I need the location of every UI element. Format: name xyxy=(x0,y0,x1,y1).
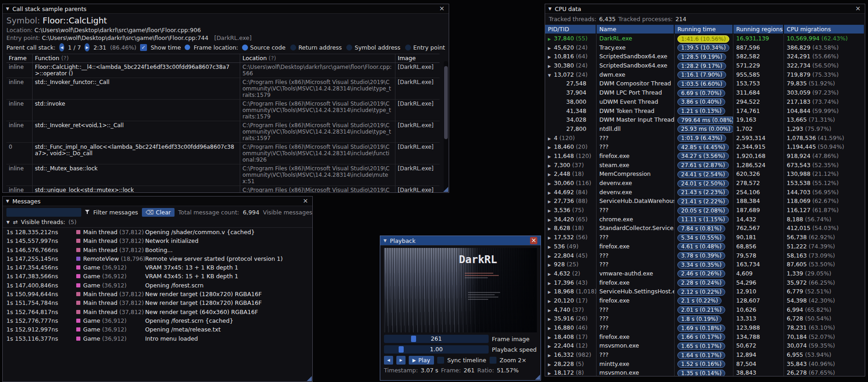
clear-button[interactable]: ⌫ Clear xyxy=(142,208,175,217)
scrollbar-thumb[interactable] xyxy=(444,66,448,139)
callstack-table-row[interactable]: inline std::_Invoker_ret<void,1>::_Call … xyxy=(6,121,440,143)
collapse-icon[interactable]: ▼ xyxy=(6,199,9,203)
callstack-table-row[interactable]: inline std::invoke C:\Program Files (x86… xyxy=(6,100,440,121)
callstack-titlebar[interactable]: ▼ Call stack sample parents × xyxy=(3,4,449,14)
cpu-table-row[interactable]: ▶45,620 (24) Tracy.exe 1:39.5 (10.34%) 8… xyxy=(545,43,865,52)
cpu-table-row[interactable]: 41,348 DWM Token Thread 1.21 s (0.13%) 1… xyxy=(545,107,865,116)
callstack-table-row[interactable]: inline std::_Invoker_functor::_Call C:\P… xyxy=(6,78,440,100)
show-time-checkbox[interactable]: ✓ xyxy=(140,44,147,51)
expand-caret-icon[interactable]: ▶ xyxy=(548,306,554,315)
message-row[interactable]: 1s 147,400,846ns Game (36,912) Opening /… xyxy=(6,281,309,290)
expand-caret-icon[interactable]: ▶ xyxy=(548,225,554,233)
expand-caret-icon[interactable]: ▶ xyxy=(548,197,554,206)
cpu-table-row[interactable]: ▶3,536 (75) ??? 20.05 s (2.08%) 187,689 … xyxy=(545,206,865,215)
expand-caret-icon[interactable]: ▶ xyxy=(548,252,554,260)
column-header-running-regions[interactable]: Running regions xyxy=(733,25,783,34)
expand-caret-icon[interactable]: ▶ xyxy=(548,189,554,197)
cpu-table-row[interactable]: ▶7,300 (37) steam.exe 27.61 s (2.87%) 1,… xyxy=(545,161,865,170)
cpu-table-row[interactable]: ▶536 (49) firefox.exe 4.61 s (0.48%) 68,… xyxy=(545,242,865,251)
expand-caret-icon[interactable]: ▶ xyxy=(548,207,554,215)
frame-location-option[interactable]: Source code xyxy=(242,44,286,51)
expand-caret-icon[interactable]: ▶ xyxy=(548,288,554,296)
cpu-table-row[interactable]: ▶4 (120) ??? 1:01.9 (6.43%) 2,593,314 1,… xyxy=(545,134,865,143)
frame-location-option[interactable]: Return address xyxy=(290,44,342,51)
column-header-name[interactable]: Name xyxy=(597,25,674,34)
column-header-running-time[interactable]: Running time xyxy=(675,25,733,34)
vertical-scrollbar[interactable] xyxy=(444,61,448,191)
message-row[interactable]: 1s 151,754,784ns Main thread (37,812) Ne… xyxy=(6,298,309,307)
cpu-table-row[interactable]: ▶30,380 (24) ScriptedSandbox64.exe 1:28.… xyxy=(545,61,865,70)
message-row[interactable]: 1s 128,335,212ns Main thread (37,812) Op… xyxy=(6,228,309,236)
close-icon[interactable]: × xyxy=(302,197,309,205)
expand-caret-icon[interactable]: ▶ xyxy=(548,243,554,251)
collapse-icon[interactable]: ▼ xyxy=(383,238,387,243)
cpu-table-row[interactable]: ▶11,648 (120) firefox.exe 34.27 s (3.56%… xyxy=(545,152,865,161)
cpu-table-row[interactable]: ▶8,628 (18) StandardCollector.Service.e … xyxy=(545,224,865,233)
expand-caret-icon[interactable]: ▶ xyxy=(548,297,554,305)
column-header-cpu-migrations[interactable]: CPU migrations xyxy=(784,25,864,34)
callstack-table-row[interactable]: inline Floor::CalcLight::__l4::<lambda_5… xyxy=(6,63,440,78)
column-header-image[interactable]: Image xyxy=(395,54,440,62)
cpu-table-row[interactable]: ▶928 (25) ??? 3.34 s (0.35%) 163,734 87,… xyxy=(545,260,865,269)
cpu-table-row[interactable]: ▶30,060 (116) devenv.exe 24.01 s (2.50%)… xyxy=(545,179,865,188)
callstack-table-row[interactable]: inline std::_Mutex_base::lock C:\Program… xyxy=(6,164,440,186)
cpu-table-row[interactable]: ▶18,408 (17) firefox.exe 1.66 s (0.17%) … xyxy=(545,332,865,342)
cpu-table-row[interactable]: ▶17,396 (43) firefox.exe 2.28 s (0.24%) … xyxy=(545,278,865,287)
message-row[interactable]: 1s 146,576,766ns Main thread (37,812) Bo… xyxy=(6,246,309,254)
cpu-table-row[interactable]: ▶2,448 (18) MemCompression 24.41 s (2.54… xyxy=(545,169,865,179)
cpu-table-row[interactable]: ▶34,420 (65) chrome.exe 11.11 s (1.15%) … xyxy=(545,215,865,224)
cpu-table-row[interactable]: ▶27,736 (88) ServiceHub.DataWarehouse 21… xyxy=(545,197,865,206)
next-callstack-button[interactable]: ▶ xyxy=(85,43,90,51)
expand-caret-icon[interactable]: ▶ xyxy=(548,62,554,70)
collapse-icon[interactable]: ▼ xyxy=(6,220,10,225)
expand-caret-icon[interactable]: ▶ xyxy=(548,180,554,188)
column-header-frame[interactable]: Frame xyxy=(6,54,33,62)
expand-caret-icon[interactable]: ▶ xyxy=(548,135,554,143)
message-filter-input[interactable] xyxy=(6,208,81,217)
cpu-table-row[interactable]: ▶18,460 (20) ??? 42.85 s (4.45%) 2,344,9… xyxy=(545,142,865,152)
message-row[interactable]: 1s 152,776,777ns Game (36,912) Opening /… xyxy=(6,316,309,325)
expand-caret-icon[interactable]: ▶ xyxy=(548,170,554,179)
expand-caret-icon[interactable]: ▶ xyxy=(548,342,554,350)
playback-titlebar[interactable]: ▼ Playback × xyxy=(380,236,541,246)
cpu-table-row[interactable]: ▶22,404 (12) msvsmon.exe 1.65 s (0.17%) … xyxy=(545,341,865,350)
close-icon[interactable]: × xyxy=(438,5,445,12)
cpu-table-row[interactable]: ▶16,880 (46) ??? 1.69 s (0.18%) 123,988 … xyxy=(545,323,865,332)
resize-grip[interactable] xyxy=(307,376,312,381)
frame-location-option[interactable]: Entry point xyxy=(405,44,445,51)
expand-caret-icon[interactable]: ▶ xyxy=(548,324,554,332)
column-header-function[interactable]: Function (?) xyxy=(33,54,240,62)
expand-caret-icon[interactable]: ▶ xyxy=(548,234,554,242)
cpu-table-row[interactable]: ▶18,968 (1,018) ServiceHub.SettingsHost.… xyxy=(545,287,865,296)
message-row[interactable]: 1s 147,255,145ns RemoteView (18,796) Rem… xyxy=(6,254,309,263)
cpu-table-row[interactable]: ▶28,228 (5) mintty.exe 1.52 s (0.16%) 87… xyxy=(545,360,865,369)
zoom-checkbox[interactable] xyxy=(490,357,496,364)
resize-grip[interactable] xyxy=(443,187,448,192)
help-icon[interactable]: (?) xyxy=(61,55,68,62)
resize-grip[interactable] xyxy=(535,375,540,380)
expand-caret-icon[interactable]: ▶ xyxy=(548,369,554,376)
message-row[interactable]: 1s 147,354,456ns Game (36,912) VRAM 37x4… xyxy=(6,263,309,272)
expand-caret-icon[interactable]: ▶ xyxy=(548,333,554,342)
message-row[interactable]: 1s 147,383,566ns Game (36,912) VRAM 43x4… xyxy=(6,272,309,281)
close-icon[interactable]: × xyxy=(854,5,862,12)
expand-caret-icon[interactable]: ▶ xyxy=(548,162,554,170)
column-header-location[interactable]: Location (?) xyxy=(240,54,395,62)
cpu-table-row[interactable]: ▶10,816 (64) ScriptedSandbox64.exe 1:28.… xyxy=(545,52,865,61)
expand-caret-icon[interactable]: ▶ xyxy=(548,279,554,287)
expand-caret-icon[interactable]: ▶ xyxy=(548,143,554,152)
expand-caret-icon[interactable]: ▶ xyxy=(548,270,554,278)
cpu-titlebar[interactable]: ▼ CPU data × xyxy=(545,4,865,14)
cpu-table-row[interactable]: ▶16,332 (982) ??? 1.64 s (0.17%) 12,894 … xyxy=(545,350,865,360)
frame-location-option[interactable]: Symbol address xyxy=(346,44,400,51)
expand-caret-icon[interactable]: ▶ xyxy=(548,315,554,323)
cpu-table-row[interactable]: ▶4,632 (2) vmware-authd.exe 2.46 s (0.26… xyxy=(545,269,865,278)
cpu-table-row[interactable]: ▼13,072 (24) dwm.exe 1:16.1 (7.90%) 955,… xyxy=(545,70,865,79)
message-row[interactable]: 1s 145,557,997ns Main thread (37,812) Ne… xyxy=(6,236,309,245)
play-button[interactable]: ▶ Play xyxy=(409,356,434,365)
cpu-table-row[interactable]: ▶37,840 (55) DarkRL.exe 1:41.6 (10.56%) … xyxy=(545,34,865,43)
cpu-table-row[interactable]: ▶4,740 (37) ??? 2.01 s (0.21%) 10,626 6,… xyxy=(545,305,865,315)
callstack-table-row[interactable]: inline std::unique_lock<std::mutex>::loc… xyxy=(6,186,440,192)
cpu-table-row[interactable]: 27,800 ntdll.dll 25.93 ms (0.00%) 1,702 … xyxy=(545,124,865,134)
expand-caret-icon[interactable]: ▶ xyxy=(548,152,554,161)
